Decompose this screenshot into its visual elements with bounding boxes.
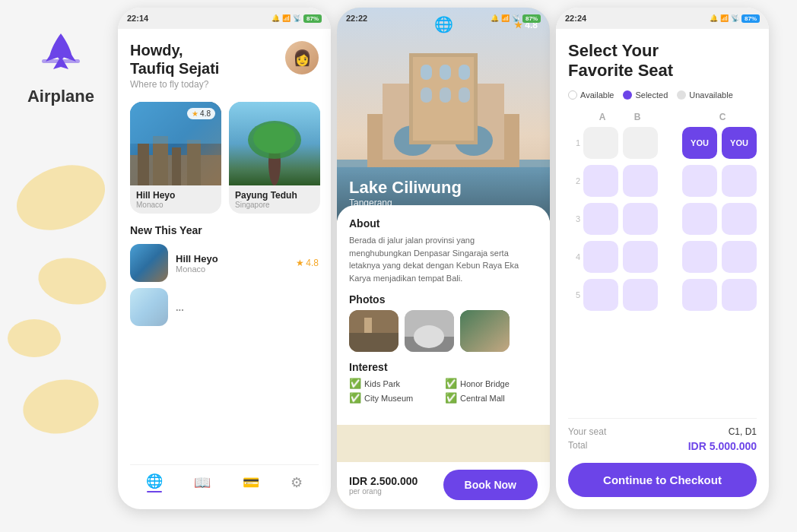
signal-icon: 📶 [282, 14, 291, 22]
legend-available-dot [568, 90, 577, 100]
seat-a3[interactable] [583, 203, 618, 235]
legend-unavailable: Unavailable [677, 90, 732, 100]
list-item-1[interactable]: Hill Heyo Monaco ★ 4.8 [130, 244, 319, 282]
checkout-btn-wrap: Continue to Checkout [568, 463, 757, 497]
avatar-image: 👩 [285, 41, 319, 74]
row-num-3: 3 [568, 214, 580, 223]
payment-icon: 💳 [243, 474, 259, 491]
svg-rect-7 [187, 140, 201, 185]
checkout-button[interactable]: Continue to Checkout [568, 463, 757, 497]
interest-item-4: ✅ Central Mall [445, 392, 538, 404]
decoration-blob-3 [8, 319, 61, 357]
status-icons-1: 🔔 📶 📡 87% [271, 14, 322, 23]
seat-d4[interactable] [722, 241, 757, 273]
svg-rect-4 [138, 144, 149, 185]
photo-1[interactable] [349, 310, 398, 352]
nav-item-payments[interactable]: 💳 [243, 474, 259, 491]
greeting-subtitle: Where to fly today? [130, 79, 219, 90]
seat-a4[interactable] [583, 241, 618, 273]
svg-rect-0 [42, 59, 80, 63]
list-item-thumbnail-2 [130, 288, 168, 326]
seat-d3[interactable] [722, 203, 757, 235]
seat-legend: Available Selected Unavailable [568, 90, 757, 100]
card-rating-1: ★ 4.8 [187, 108, 215, 119]
seat-d2[interactable] [722, 165, 757, 197]
seat-c2[interactable] [682, 165, 717, 197]
greeting-block: Howdy, Taufiq Sejati Where to fly today? [130, 41, 219, 90]
status-time-2: 22:22 [346, 14, 367, 23]
photo-2[interactable] [405, 310, 454, 352]
seat-c5[interactable] [682, 279, 717, 311]
about-description: Berada di jalur jalan provinsi yang meng… [349, 234, 538, 284]
svg-rect-21 [421, 65, 432, 80]
detail-sheet: About Berada di jalur jalan provinsi yan… [337, 205, 550, 425]
seat-a1[interactable] [583, 127, 618, 159]
list-item-name-2: ... [176, 302, 319, 313]
photo-3[interactable] [460, 310, 510, 352]
seat-a2[interactable] [583, 165, 618, 197]
star-icon-1: ★ [192, 109, 198, 118]
seats-inner-2 [583, 165, 757, 197]
status-bar-3: 22:24 🔔 📶 📡 87% [556, 8, 769, 29]
your-seat-row: Your seat C1, D1 [568, 426, 757, 437]
col-header-b: B [620, 112, 655, 122]
seat-b1[interactable] [623, 127, 658, 159]
nav-item-bookmarks[interactable]: 📖 [194, 474, 211, 491]
photos-row [349, 310, 538, 352]
col-header-a: A [585, 112, 620, 122]
svg-point-12 [253, 123, 296, 154]
list-item-info-2: ... [176, 302, 319, 313]
status-icons-3: 🔔 📶 📡 87% [710, 14, 760, 23]
seat-b2[interactable] [623, 165, 658, 197]
card-image-2 [229, 102, 320, 185]
new-this-year-title: New This Year [130, 224, 319, 236]
list-item-img-1 [130, 244, 168, 282]
your-seat-value: C1, D1 [729, 426, 757, 437]
featured-card-1[interactable]: ★ 4.8 Hill Heyo Monaco [130, 102, 221, 214]
seat-c3[interactable] [682, 203, 717, 235]
list-item-2[interactable]: ... [130, 288, 319, 326]
airplane-icon [34, 27, 87, 81]
seat-b3[interactable] [623, 203, 658, 235]
battery-indicator: 87% [303, 14, 322, 23]
explore-icon: 🌐 [146, 473, 163, 489]
card-location-2: Singapore [235, 201, 314, 209]
bookmarks-icon: 📖 [194, 474, 211, 491]
seat-row-1: 1 YOU YOU [568, 127, 757, 159]
star-icon-list-1: ★ [296, 258, 304, 268]
user-avatar[interactable]: 👩 [285, 41, 319, 74]
total-label: Total [568, 440, 587, 452]
notification-icon: 🔔 [271, 14, 280, 22]
price-sub: per orang [349, 487, 418, 496]
battery-indicator-2: 87% [522, 14, 541, 23]
check-icon-3: ✅ [349, 392, 361, 404]
seat-c4[interactable] [682, 241, 717, 273]
svg-rect-29 [349, 333, 398, 352]
seat-d5[interactable] [722, 279, 757, 311]
phone1-content: Howdy, Taufiq Sejati Where to fly today?… [118, 29, 331, 509]
check-icon-1: ✅ [349, 378, 361, 389]
seats-inner-4 [583, 241, 757, 273]
seat-b5[interactable] [623, 279, 658, 311]
seat-c1[interactable]: YOU [682, 127, 717, 159]
seat-a5[interactable] [583, 279, 618, 311]
phone-detail: 22:22 🔔 📶 📡 87% [337, 8, 550, 509]
svg-rect-24 [421, 87, 432, 103]
phone-home: 22:14 🔔 📶 📡 87% Howdy, Taufiq Sejati Whe… [118, 8, 331, 509]
row-num-4: 4 [568, 252, 580, 261]
nav-item-settings[interactable]: ⚙ [291, 474, 303, 491]
settings-icon: ⚙ [291, 474, 303, 491]
list-item-thumbnail-1 [130, 244, 168, 282]
list-item-info-1: Hill Heyo Monaco [176, 253, 288, 274]
seats-inner-1: YOU YOU [583, 127, 757, 159]
seat-d1[interactable]: YOU [722, 127, 757, 159]
book-now-button[interactable]: Book Now [443, 470, 538, 500]
nav-item-explore[interactable]: 🌐 [146, 473, 163, 492]
wifi-icon: 📡 [293, 14, 301, 22]
svg-rect-30 [364, 318, 372, 333]
list-item-rating-1: ★ 4.8 [296, 258, 319, 268]
status-time-3: 22:24 [565, 14, 586, 23]
seat-row-2: 2 [568, 165, 757, 197]
seat-b4[interactable] [623, 241, 658, 273]
featured-card-2[interactable]: Payung Teduh Singapore [229, 102, 320, 214]
